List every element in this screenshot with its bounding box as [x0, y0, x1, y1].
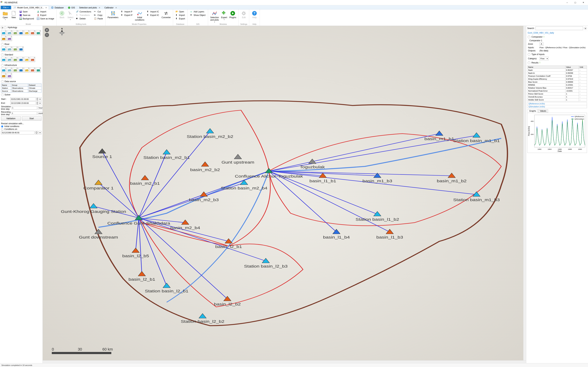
tool-hbv[interactable]: D	[30, 30, 35, 35]
background-button[interactable]: Background	[18, 17, 35, 20]
tool-hpp[interactable]: D	[24, 67, 29, 73]
close-icon[interactable]: ✕	[99, 7, 100, 9]
plugins-button[interactable]: Plugins	[228, 10, 237, 19]
open-button[interactable]: Open▾	[1, 10, 9, 20]
delete-button[interactable]: ✖Delete	[75, 17, 92, 20]
search-input[interactable]	[536, 26, 583, 30]
end-date-input[interactable]	[10, 101, 36, 105]
series-qsimulation[interactable]: QSimulation (m3/s)	[527, 105, 587, 108]
values-tab[interactable]: Values	[538, 109, 548, 113]
series-qreference[interactable]: QReference (m3/s)	[527, 102, 587, 105]
tool-mc[interactable]: D	[13, 46, 18, 51]
tab-database[interactable]: Database	[49, 6, 65, 9]
tool-sac[interactable]: D	[1, 36, 6, 41]
save-button[interactable]: Save	[18, 10, 35, 13]
window-close-button[interactable]: ✕	[579, 0, 587, 5]
new-button[interactable]: New	[9, 10, 18, 19]
map-canvas[interactable]: Source 1Comparator 1Gunt-Khorog Gauging …	[43, 26, 526, 363]
tool-div[interactable]: D	[30, 67, 35, 73]
initial-conditions-button[interactable]: Initial conditions	[134, 10, 146, 21]
back-button[interactable]: Back	[58, 10, 66, 19]
zoom-out-button[interactable]: −	[45, 33, 49, 37]
category-combo[interactable]: Flow▾	[539, 57, 549, 60]
results-table[interactable]: NameValueUnit Nash0.95267-Nash-ln0.99268…	[527, 66, 587, 101]
section-toggle[interactable]: ˄	[4, 26, 7, 29]
sim-step-unit-combo[interactable]: hour▾	[38, 106, 43, 109]
close-icon[interactable]: ✕	[45, 7, 47, 9]
table-row[interactable]: Heidke Skill Score1-	[527, 98, 587, 101]
tab-model[interactable]: Model Gunt_GSM_HBV_V... ✕	[12, 6, 49, 9]
restart-cond-radio[interactable]: Conditions on	[1, 128, 42, 130]
map-scrollbar-x[interactable]	[43, 360, 526, 363]
section-toggle[interactable]: ˄	[1, 43, 4, 46]
tool-plan[interactable]: D	[7, 73, 12, 78]
section-toggle[interactable]: ˄	[528, 61, 530, 64]
section-toggle[interactable]: ˄	[1, 53, 4, 56]
end-combo[interactable]: ▾	[39, 101, 42, 105]
expert-button[interactable]: Expert▾	[220, 10, 228, 20]
start-simulation-button[interactable]: Start	[22, 117, 42, 121]
import-p-button[interactable]: ⬇Import P	[120, 10, 133, 13]
tool-cons[interactable]: D	[13, 57, 18, 62]
tool-grp[interactable]: D	[30, 57, 35, 62]
tool-lt[interactable]: D	[1, 46, 6, 51]
parameters-button[interactable]: Parameters	[107, 10, 120, 19]
close-icon[interactable]: ✕	[115, 7, 117, 9]
tool-cmp[interactable]: D	[18, 57, 24, 62]
panel-collapse-left[interactable]: ◀	[1, 26, 3, 29]
tab-gis[interactable]: GIS	[66, 6, 77, 9]
section-toggle[interactable]: ˄	[528, 53, 530, 56]
table-row[interactable]: RRMSE0.22591-	[527, 83, 587, 86]
transitions-button[interactable]: ↯Transitions	[75, 14, 92, 17]
start-spinner[interactable]: ▴▾	[37, 97, 38, 101]
tool-gsm[interactable]: D	[18, 30, 24, 35]
table-row[interactable]: Overall Accuracy1-	[527, 95, 587, 98]
restart-date-input[interactable]	[1, 131, 35, 134]
tool-sub[interactable]: D	[24, 57, 29, 62]
start-date-input[interactable]	[10, 97, 36, 101]
file-menu-button[interactable]: File▼	[1, 6, 11, 9]
tool-turb[interactable]: D	[18, 67, 24, 73]
tool-slope[interactable]: D	[13, 30, 18, 35]
end-spinner[interactable]: ▴▾	[37, 101, 38, 105]
tool-res[interactable]: D	[7, 57, 12, 62]
tool-res[interactable]: D	[1, 67, 6, 73]
settings-edit-button[interactable]: Edit	[240, 10, 248, 19]
show-object-button[interactable]: 👁Show Object	[189, 14, 206, 17]
add-layers-button[interactable]: ＋Add Layers	[189, 10, 206, 13]
tool-junc[interactable]: D	[1, 57, 6, 62]
window-maximize-button[interactable]: ▢	[571, 0, 579, 5]
section-toggle[interactable]: ˄	[1, 93, 4, 96]
restart-spinner[interactable]: ▴▾	[35, 131, 38, 134]
tool-hq[interactable]: D	[13, 67, 18, 73]
table-row[interactable]: Normalized Peak Error-0.0331-	[527, 90, 587, 92]
converter-button[interactable]: Converter	[160, 10, 172, 19]
sim-step-input[interactable]	[12, 106, 37, 109]
selection-plots-button[interactable]: Selection and plots▾	[209, 10, 220, 23]
cut-button[interactable]: ✂Cut	[93, 10, 104, 13]
table-row[interactable]: SourceObservationsDischarge	[1, 90, 42, 93]
data-source-table[interactable]: NameGroupDataset StationObservationsClim…	[1, 83, 42, 93]
graphs-tab[interactable]: Graphs	[527, 109, 538, 113]
tool-kw[interactable]: D	[7, 46, 12, 51]
table-row[interactable]: Relative Volume Bias0.00317-	[527, 86, 587, 90]
panel-collapse-right[interactable]: ▶	[584, 27, 587, 30]
tool-pump[interactable]: D	[1, 73, 6, 78]
db-export-button[interactable]: ⬆Export	[175, 17, 186, 20]
connections-button[interactable]: 🔗Connections	[75, 10, 92, 13]
rec-step-unit-combo[interactable]: month▾	[38, 111, 43, 115]
help-button[interactable]: ? Help	[250, 10, 259, 19]
tool-gr4j[interactable]: D	[36, 30, 41, 35]
tool-socont[interactable]: D	[24, 30, 29, 35]
table-row[interactable]: Kling-Gupta Efficiency0.97619-	[527, 78, 587, 81]
export-ic-button[interactable]: ⬆Export IC	[146, 14, 160, 17]
db-open-button[interactable]: 📂Open	[175, 10, 186, 13]
map-scrollbar-y[interactable]	[523, 26, 526, 360]
rec-step-input[interactable]	[11, 111, 37, 115]
tool-sv[interactable]: D	[18, 46, 24, 51]
table-row[interactable]: StationObservationsClimate	[1, 87, 42, 90]
tool-spill[interactable]: D	[7, 67, 12, 73]
section-toggle[interactable]: ˄	[1, 80, 4, 83]
tool-p[interactable]: D	[1, 30, 6, 35]
tool-cons[interactable]: D	[36, 67, 41, 73]
